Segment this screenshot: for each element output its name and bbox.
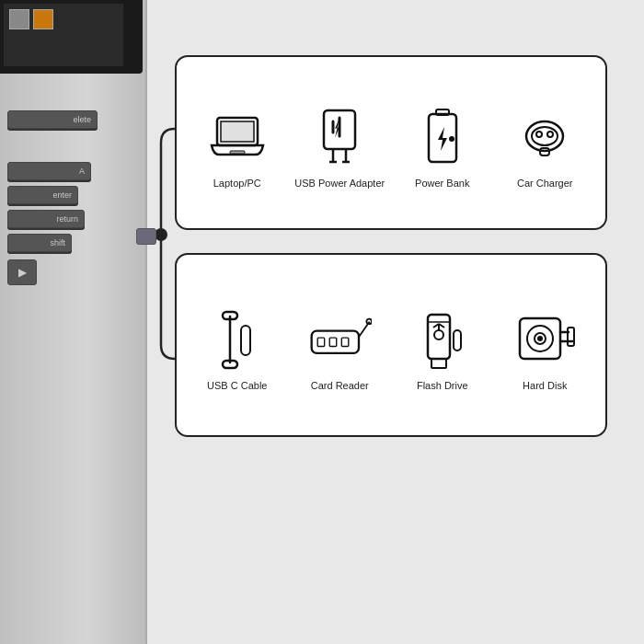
key-shift: shift bbox=[7, 234, 72, 252]
harddisk-label: Hard Disk bbox=[523, 379, 567, 392]
key-delete: elete bbox=[7, 110, 98, 129]
svg-marker-14 bbox=[438, 127, 447, 151]
device-item-cardreader: Card Reader bbox=[293, 307, 385, 392]
laptop-side-panel: elete A enter return shift ▶ bbox=[0, 0, 147, 644]
device-item-adapter: USB Power Adapter bbox=[293, 105, 385, 190]
svg-point-15 bbox=[450, 137, 454, 141]
svg-rect-37 bbox=[431, 359, 446, 368]
device-item-flashdrive: Flash Drive bbox=[397, 307, 489, 392]
device-item-carcharger: Car Charger bbox=[499, 105, 591, 190]
cardreader-label: Card Reader bbox=[311, 379, 369, 392]
device-item-laptop: Laptop/PC bbox=[191, 105, 283, 190]
usb-dongle bbox=[136, 228, 156, 245]
flashdrive-label: Flash Drive bbox=[417, 379, 468, 392]
key-enter: A bbox=[7, 162, 91, 180]
laptop-label: Laptop/PC bbox=[213, 177, 261, 190]
key-return: enter bbox=[7, 186, 78, 204]
laptop-screen bbox=[0, 0, 143, 74]
svg-rect-26 bbox=[317, 338, 324, 346]
svg-rect-13 bbox=[436, 109, 449, 115]
svg-rect-2 bbox=[221, 121, 254, 142]
row1-grid: Laptop/PC USB Power Adapte bbox=[177, 57, 605, 228]
svg-point-18 bbox=[536, 132, 542, 137]
flashdrive-icon bbox=[410, 307, 475, 372]
laptop-icon bbox=[205, 105, 270, 169]
cardreader-icon bbox=[307, 307, 372, 372]
laptop-screen-inner bbox=[4, 4, 123, 66]
svg-point-42 bbox=[538, 337, 542, 340]
svg-rect-24 bbox=[241, 326, 250, 355]
powerbank-icon bbox=[410, 105, 475, 169]
usbcable-label: USB C Cable bbox=[207, 379, 267, 392]
svg-rect-28 bbox=[342, 338, 349, 346]
svg-point-0 bbox=[155, 229, 167, 240]
carcharger-label: Car Charger bbox=[517, 177, 573, 190]
svg-rect-27 bbox=[330, 338, 337, 346]
adapter-icon bbox=[307, 105, 372, 169]
keyboard-area: elete A enter return shift ▶ bbox=[7, 110, 136, 285]
svg-rect-45 bbox=[568, 328, 574, 346]
row2-grid: USB C Cable C bbox=[177, 255, 605, 435]
powerbank-label: Power Bank bbox=[415, 177, 469, 190]
device-item-harddisk: Hard Disk bbox=[499, 307, 591, 392]
row2-box: USB C Cable C bbox=[175, 253, 607, 437]
svg-rect-23 bbox=[223, 361, 237, 368]
device-item-usbcable: USB C Cable bbox=[191, 307, 283, 392]
carcharger-icon bbox=[512, 105, 577, 169]
usbcable-icon bbox=[205, 307, 270, 372]
adapter-label: USB Power Adapter bbox=[294, 177, 385, 190]
svg-rect-31 bbox=[428, 315, 450, 359]
svg-point-19 bbox=[547, 132, 553, 137]
device-item-powerbank: Power Bank bbox=[397, 105, 489, 190]
svg-rect-38 bbox=[454, 330, 461, 351]
harddisk-icon bbox=[512, 307, 577, 372]
main-content: Laptop/PC USB Power Adapte bbox=[156, 55, 626, 589]
row1-box: Laptop/PC USB Power Adapte bbox=[175, 55, 607, 230]
svg-rect-3 bbox=[230, 151, 245, 154]
svg-rect-25 bbox=[312, 331, 359, 353]
key-return2: return bbox=[7, 210, 85, 228]
svg-point-32 bbox=[434, 330, 443, 339]
svg-point-17 bbox=[532, 127, 558, 145]
